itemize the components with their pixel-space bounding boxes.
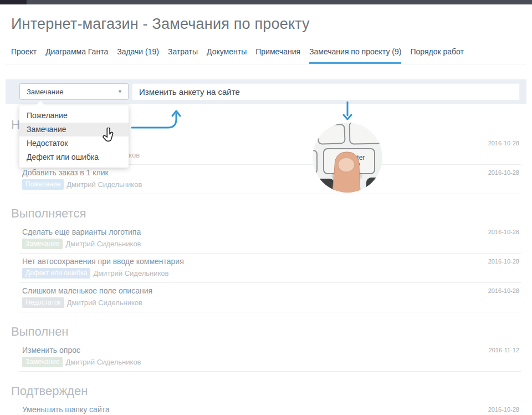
- window-top-bar: [0, 0, 532, 4]
- author-name: Дмитрий Сидельников: [65, 358, 141, 366]
- remark-title[interactable]: Уменьшить шапку сайта: [22, 405, 521, 414]
- remark-meta: ЗамечаниеДмитрий Сидельников: [22, 357, 521, 367]
- remark-meta: НедостатокДмитрий Сидельников: [22, 297, 521, 308]
- dropdown-option[interactable]: Пожелание: [19, 109, 129, 123]
- tab[interactable]: Диаграмма Ганта: [45, 47, 108, 64]
- keyboard-key: [313, 150, 317, 174]
- dropdown-option[interactable]: Дефект или ошибка: [19, 150, 129, 164]
- remark-row[interactable]: Нет автосохранения при вводе комментария…: [19, 254, 521, 283]
- remark-meta: ПожеланиеДмитрий Сидельников: [22, 179, 521, 190]
- tab[interactable]: Порядок работ: [410, 47, 464, 64]
- remark-title[interactable]: Сделать еще варианты логотипа: [22, 227, 521, 237]
- tab[interactable]: Задачи (19): [117, 47, 159, 64]
- tab[interactable]: Проект: [11, 47, 37, 64]
- remark-row[interactable]: Изменить опросЗамечаниеДмитрий Сидельник…: [19, 342, 521, 372]
- type-badge: Недостаток: [22, 297, 64, 308]
- fingernail: [338, 158, 355, 172]
- remark-meta: Дефект или ошибкаДмитрий Сидельников: [22, 268, 521, 279]
- tab-bar: ПроектДиаграмма ГантаЗадачи (19)ЗатратыД…: [6, 47, 526, 64]
- remark-type-select-value: Замечание: [27, 88, 64, 96]
- remark-date: 2016-10-28: [488, 140, 519, 146]
- keyboard-key: [350, 123, 382, 144]
- arrow-to-input-head: [172, 111, 180, 116]
- remark-row[interactable]: Добавить заказ в 1 кликПожеланиеДмитрий …: [19, 165, 521, 194]
- window-top-bar-segment: [0, 0, 27, 4]
- cursor-hand-icon: [103, 128, 116, 143]
- remark-title-input[interactable]: [132, 83, 520, 100]
- remark-date: 2016-10-28: [488, 169, 519, 176]
- remark-meta: ЗамечаниеДмитрий Сидельников: [22, 239, 521, 249]
- remark-date: 2016-10-28: [488, 287, 519, 294]
- keyboard-key: [318, 124, 345, 144]
- type-badge: Замечание: [22, 239, 63, 249]
- tab[interactable]: Документы: [207, 47, 247, 64]
- remark-title[interactable]: Нет автосохранения при вводе комментария: [22, 257, 521, 266]
- enter-key-image: Enter ↵: [313, 123, 382, 193]
- section-title: Выполняется: [11, 206, 521, 221]
- author-name: Дмитрий Сидельников: [66, 180, 142, 189]
- author-name: Дмитрий Сидельников: [93, 269, 168, 277]
- remark-type-dropdown: ПожеланиеЗамечаниеНедостатокДефект или о…: [19, 105, 129, 168]
- remark-date: 2016-10-28: [488, 406, 519, 413]
- tab-active[interactable]: Замечания по проекту (9): [309, 47, 401, 64]
- keyboard-key-shadow: [313, 179, 335, 193]
- page-title: Интернет-магазин - Замечания по проекту: [11, 16, 532, 33]
- remark-title[interactable]: Добавить заказ в 1 клик: [22, 168, 521, 178]
- author-name: Дмитрий Сидельников: [65, 240, 141, 248]
- remark-date: 2016-10-28: [488, 229, 519, 235]
- remark-row[interactable]: Уменьшить шапку сайтаЗамечаниеДмитрий Си…: [19, 402, 521, 415]
- keyboard-key-shadow: [366, 178, 382, 193]
- remark-date: 2016-11-12: [489, 347, 519, 353]
- section-title: Выполнен: [11, 325, 521, 339]
- remark-type-select[interactable]: Замечание ▼: [19, 83, 129, 100]
- remark-row[interactable]: Слишком маленькое поле описанияНедостато…: [19, 283, 521, 312]
- remark-date: 2016-10-28: [488, 258, 519, 265]
- type-badge: Дефект или ошибка: [22, 268, 90, 279]
- section-title: Подтвержден: [11, 384, 521, 398]
- add-remark-form: Замечание ▼: [6, 79, 526, 104]
- chevron-down-icon: ▼: [117, 89, 122, 94]
- type-badge: Замечание: [22, 357, 63, 367]
- remark-title[interactable]: Слишком маленькое поле описания: [22, 286, 521, 296]
- author-name: Дмитрий Сидельников: [67, 298, 142, 307]
- type-badge: Пожелание: [22, 179, 64, 190]
- remark-title[interactable]: Изменить опрос: [22, 346, 521, 355]
- tab[interactable]: Затраты: [168, 47, 198, 64]
- remark-row[interactable]: Сделать еще варианты логотипаЗамечаниеДм…: [19, 224, 521, 254]
- tab[interactable]: Примечания: [255, 47, 300, 64]
